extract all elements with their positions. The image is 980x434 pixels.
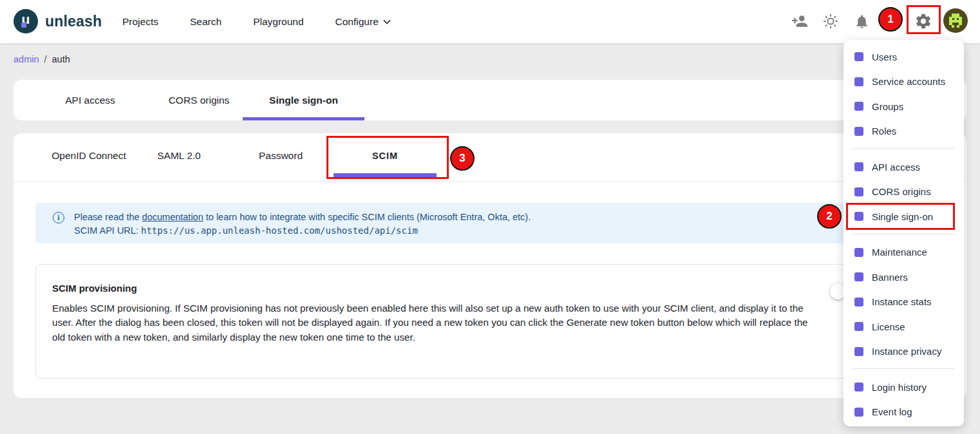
scim-card-description: Enables SCIM provisioning. If SCIM provi… xyxy=(52,301,822,344)
chevron-down-icon xyxy=(383,19,391,24)
service-accounts-icon xyxy=(854,77,863,86)
menu-item-instance-stats[interactable]: Instance stats xyxy=(843,290,964,315)
groups-icon xyxy=(854,102,863,111)
annotation-box-settings-gear xyxy=(907,5,941,34)
annotation-step-3: 3 xyxy=(450,146,475,171)
unleash-logo[interactable]: u unleash xyxy=(14,9,102,33)
menu-item-api-access[interactable]: API access xyxy=(843,155,964,180)
instance-privacy-icon xyxy=(854,347,863,356)
menu-item-cors-origins[interactable]: CORS origins xyxy=(843,180,964,205)
alert-line2: SCIM API URL: https://us.app.unleash-hos… xyxy=(74,225,418,236)
alert-line1: Please read the documentation to learn h… xyxy=(74,212,531,222)
info-icon: i xyxy=(53,212,64,223)
nav-configure[interactable]: Configure xyxy=(335,16,391,28)
users-icon xyxy=(854,52,863,61)
menu-divider xyxy=(853,148,955,149)
scim-card-title: SCIM provisioning xyxy=(52,283,137,294)
event-log-icon xyxy=(854,408,863,417)
bell-icon xyxy=(854,14,870,30)
menu-item-instance-privacy[interactable]: Instance privacy xyxy=(843,339,964,364)
annotation-box-single-sign-on-menu xyxy=(846,203,955,230)
roles-icon xyxy=(854,127,863,136)
maintenance-icon xyxy=(854,248,863,257)
top-navbar: u unleash Projects Search Playground Con… xyxy=(0,0,980,43)
menu-divider xyxy=(853,368,955,369)
brightness-icon xyxy=(822,13,839,30)
subtab-saml[interactable]: SAML 2.0 xyxy=(144,133,214,178)
menu-item-login-history[interactable]: Login history xyxy=(843,375,964,400)
api-access-icon xyxy=(854,162,863,171)
breadcrumb-separator: / xyxy=(44,54,47,64)
user-avatar[interactable] xyxy=(943,8,968,33)
scim-api-url: https://us.app.unleash-hosted.com/ushost… xyxy=(141,225,418,236)
banners-icon xyxy=(854,272,863,281)
menu-item-event-log[interactable]: Event log xyxy=(843,400,964,425)
nav-playground[interactable]: Playground xyxy=(253,16,303,28)
login-history-icon xyxy=(854,382,863,392)
tab-single-sign-on[interactable]: Single sign-on xyxy=(243,80,364,120)
subtab-password[interactable]: Password xyxy=(236,133,326,178)
sso-subtab-row: OpenID Connect SAML 2.0 Password SCIM xyxy=(14,133,966,182)
menu-item-license[interactable]: License xyxy=(843,314,964,339)
subtab-openid-connect[interactable]: OpenID Connect xyxy=(34,133,144,178)
cors-origins-icon xyxy=(854,187,863,196)
instance-stats-icon xyxy=(854,297,863,307)
menu-item-banners[interactable]: Banners xyxy=(843,265,964,290)
breadcrumb-admin-link[interactable]: admin xyxy=(14,54,39,64)
notifications-button[interactable] xyxy=(849,8,874,34)
auth-tabs-card: API access CORS origins Single sign-on xyxy=(14,80,966,120)
scim-api-url-label: SCIM API URL: xyxy=(74,225,141,236)
license-icon xyxy=(854,322,863,331)
avatar-identicon xyxy=(943,8,968,33)
unleash-logo-icon: u xyxy=(14,9,38,33)
menu-item-groups[interactable]: Groups xyxy=(843,94,964,119)
breadcrumb: admin / auth xyxy=(14,54,70,64)
tab-api-access[interactable]: API access xyxy=(39,80,141,120)
menu-divider xyxy=(853,234,955,234)
add-user-button[interactable] xyxy=(787,8,813,34)
breadcrumb-current: auth xyxy=(52,54,70,64)
scim-info-alert: i Please read the documentation to learn… xyxy=(35,203,945,243)
menu-item-users[interactable]: Users xyxy=(843,44,964,70)
scim-provisioning-card: SCIM provisioning Enables SCIM provision… xyxy=(35,264,945,379)
annotation-step-1: 1 xyxy=(878,7,903,32)
active-tab-indicator xyxy=(243,117,364,120)
menu-item-roles[interactable]: Roles xyxy=(843,119,964,144)
annotation-step-2: 2 xyxy=(817,204,842,229)
nav-projects[interactable]: Projects xyxy=(122,16,158,28)
menu-item-service-accounts[interactable]: Service accounts xyxy=(843,70,964,95)
documentation-link[interactable]: documentation xyxy=(142,212,203,222)
add-user-icon xyxy=(791,13,808,30)
annotation-box-scim-subtab xyxy=(326,136,449,179)
theme-toggle-button[interactable] xyxy=(818,8,843,34)
settings-dropdown-menu: Users Service accounts Groups Roles API … xyxy=(843,40,964,426)
brand-name: unleash xyxy=(45,13,102,30)
nav-search[interactable]: Search xyxy=(190,16,221,28)
primary-nav: Projects Search Playground Configure xyxy=(122,0,391,43)
menu-item-maintenance[interactable]: Maintenance xyxy=(843,240,964,265)
tab-cors-origins[interactable]: CORS origins xyxy=(141,80,257,120)
